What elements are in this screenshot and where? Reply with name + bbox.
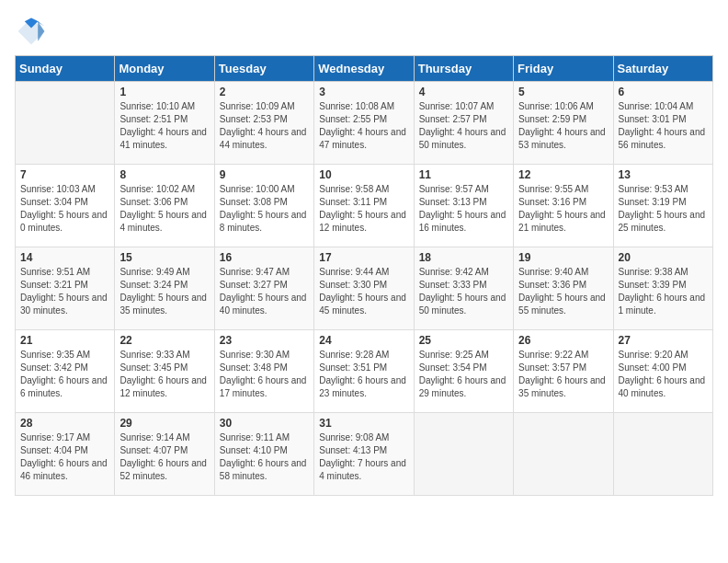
day-number: 28 — [20, 417, 109, 430]
logo — [15, 15, 53, 48]
calendar-cell: 26Sunrise: 9:22 AMSunset: 3:57 PMDayligh… — [514, 330, 613, 413]
calendar-cell: 17Sunrise: 9:44 AMSunset: 3:30 PMDayligh… — [314, 247, 414, 330]
day-number: 22 — [119, 334, 209, 347]
day-info: Sunrise: 9:42 AMSunset: 3:33 PMDaylight:… — [419, 266, 508, 317]
day-info: Sunrise: 9:17 AMSunset: 4:04 PMDaylight:… — [20, 431, 109, 483]
day-info: Sunrise: 10:07 AMSunset: 2:57 PMDaylight… — [419, 100, 508, 152]
day-info: Sunrise: 10:03 AMSunset: 3:04 PMDaylight… — [20, 183, 109, 235]
day-info: Sunrise: 9:53 AMSunset: 3:19 PMDaylight:… — [619, 183, 708, 235]
day-number: 1 — [119, 86, 209, 98]
day-header-tuesday: Tuesday — [214, 56, 313, 82]
day-info: Sunrise: 10:08 AMSunset: 2:55 PMDaylight… — [319, 100, 408, 152]
calendar-cell: 9Sunrise: 10:00 AMSunset: 3:08 PMDayligh… — [214, 165, 313, 247]
day-number: 20 — [619, 251, 708, 264]
calendar-week-row: 21Sunrise: 9:35 AMSunset: 3:42 PMDayligh… — [16, 330, 713, 413]
calendar-cell: 2Sunrise: 10:09 AMSunset: 2:53 PMDayligh… — [214, 82, 313, 165]
calendar-cell: 27Sunrise: 9:20 AMSunset: 4:00 PMDayligh… — [613, 330, 712, 413]
calendar-cell: 29Sunrise: 9:14 AMSunset: 4:07 PMDayligh… — [115, 413, 214, 496]
day-number: 8 — [119, 168, 209, 181]
day-info: Sunrise: 9:55 AMSunset: 3:16 PMDaylight:… — [518, 183, 608, 235]
day-info: Sunrise: 9:14 AMSunset: 4:07 PMDaylight:… — [119, 431, 209, 483]
calendar-week-row: 14Sunrise: 9:51 AMSunset: 3:21 PMDayligh… — [16, 247, 713, 330]
calendar-cell: 16Sunrise: 9:47 AMSunset: 3:27 PMDayligh… — [214, 247, 313, 330]
day-number: 7 — [20, 168, 109, 181]
svg-marker-1 — [38, 21, 44, 41]
day-number: 9 — [220, 168, 309, 181]
day-header-sunday: Sunday — [16, 56, 115, 82]
day-number: 27 — [619, 334, 708, 347]
day-number: 10 — [319, 168, 408, 181]
day-number: 5 — [518, 86, 608, 98]
day-number: 12 — [518, 168, 608, 181]
calendar-cell: 14Sunrise: 9:51 AMSunset: 3:21 PMDayligh… — [16, 247, 115, 330]
day-info: Sunrise: 10:00 AMSunset: 3:08 PMDaylight… — [220, 183, 309, 235]
calendar-cell — [514, 413, 613, 496]
calendar-cell: 18Sunrise: 9:42 AMSunset: 3:33 PMDayligh… — [414, 247, 513, 330]
calendar-cell — [16, 82, 115, 165]
calendar-cell: 19Sunrise: 9:40 AMSunset: 3:36 PMDayligh… — [514, 247, 613, 330]
day-info: Sunrise: 9:22 AMSunset: 3:57 PMDaylight:… — [518, 349, 608, 400]
day-info: Sunrise: 9:30 AMSunset: 3:48 PMDaylight:… — [220, 349, 309, 400]
calendar-cell: 8Sunrise: 10:02 AMSunset: 3:06 PMDayligh… — [115, 165, 214, 247]
calendar-cell: 20Sunrise: 9:38 AMSunset: 3:39 PMDayligh… — [613, 247, 712, 330]
day-number: 26 — [518, 334, 608, 347]
day-number: 15 — [119, 251, 209, 264]
calendar-cell: 31Sunrise: 9:08 AMSunset: 4:13 PMDayligh… — [314, 413, 414, 496]
day-header-friday: Friday — [514, 56, 613, 82]
calendar-cell: 30Sunrise: 9:11 AMSunset: 4:10 PMDayligh… — [214, 413, 313, 496]
day-number: 6 — [619, 86, 708, 98]
day-number: 29 — [119, 417, 209, 430]
calendar-cell: 24Sunrise: 9:28 AMSunset: 3:51 PMDayligh… — [314, 330, 414, 413]
day-info: Sunrise: 10:09 AMSunset: 2:53 PMDaylight… — [220, 100, 309, 152]
day-number: 13 — [619, 168, 708, 181]
day-number: 18 — [419, 251, 508, 264]
day-number: 25 — [419, 334, 508, 347]
day-number: 30 — [220, 417, 309, 430]
logo-icon — [15, 15, 48, 48]
day-number: 21 — [20, 334, 109, 347]
day-info: Sunrise: 9:49 AMSunset: 3:24 PMDaylight:… — [119, 266, 209, 317]
day-info: Sunrise: 9:51 AMSunset: 3:21 PMDaylight:… — [20, 266, 109, 317]
calendar-cell: 7Sunrise: 10:03 AMSunset: 3:04 PMDayligh… — [16, 165, 115, 247]
day-info: Sunrise: 9:25 AMSunset: 3:54 PMDaylight:… — [419, 349, 508, 400]
calendar-week-row: 28Sunrise: 9:17 AMSunset: 4:04 PMDayligh… — [16, 413, 713, 496]
calendar-cell: 13Sunrise: 9:53 AMSunset: 3:19 PMDayligh… — [613, 165, 712, 247]
day-info: Sunrise: 9:57 AMSunset: 3:13 PMDaylight:… — [419, 183, 508, 235]
calendar-cell: 4Sunrise: 10:07 AMSunset: 2:57 PMDayligh… — [414, 82, 513, 165]
calendar-cell: 25Sunrise: 9:25 AMSunset: 3:54 PMDayligh… — [414, 330, 513, 413]
calendar-cell: 12Sunrise: 9:55 AMSunset: 3:16 PMDayligh… — [514, 165, 613, 247]
calendar-cell: 6Sunrise: 10:04 AMSunset: 3:01 PMDayligh… — [613, 82, 712, 165]
calendar-week-row: 1Sunrise: 10:10 AMSunset: 2:51 PMDayligh… — [16, 82, 713, 165]
calendar-cell: 28Sunrise: 9:17 AMSunset: 4:04 PMDayligh… — [16, 413, 115, 496]
calendar-cell — [414, 413, 513, 496]
day-number: 24 — [319, 334, 408, 347]
day-info: Sunrise: 9:58 AMSunset: 3:11 PMDaylight:… — [319, 183, 408, 235]
calendar-header-row: SundayMondayTuesdayWednesdayThursdayFrid… — [16, 56, 713, 82]
day-info: Sunrise: 9:11 AMSunset: 4:10 PMDaylight:… — [220, 431, 309, 483]
calendar-cell: 21Sunrise: 9:35 AMSunset: 3:42 PMDayligh… — [16, 330, 115, 413]
page-header — [15, 15, 713, 48]
calendar-cell — [613, 413, 712, 496]
day-info: Sunrise: 9:20 AMSunset: 4:00 PMDaylight:… — [619, 349, 708, 400]
day-info: Sunrise: 9:38 AMSunset: 3:39 PMDaylight:… — [619, 266, 708, 317]
calendar-cell: 22Sunrise: 9:33 AMSunset: 3:45 PMDayligh… — [115, 330, 214, 413]
day-info: Sunrise: 9:08 AMSunset: 4:13 PMDaylight:… — [319, 431, 408, 483]
day-header-wednesday: Wednesday — [314, 56, 414, 82]
calendar-cell: 5Sunrise: 10:06 AMSunset: 2:59 PMDayligh… — [514, 82, 613, 165]
day-number: 17 — [319, 251, 408, 264]
day-header-thursday: Thursday — [414, 56, 513, 82]
day-info: Sunrise: 9:35 AMSunset: 3:42 PMDaylight:… — [20, 349, 109, 400]
day-info: Sunrise: 9:47 AMSunset: 3:27 PMDaylight:… — [220, 266, 309, 317]
calendar-cell: 10Sunrise: 9:58 AMSunset: 3:11 PMDayligh… — [314, 165, 414, 247]
day-info: Sunrise: 10:06 AMSunset: 2:59 PMDaylight… — [518, 100, 608, 152]
day-info: Sunrise: 10:02 AMSunset: 3:06 PMDaylight… — [119, 183, 209, 235]
day-number: 11 — [419, 168, 508, 181]
day-info: Sunrise: 9:33 AMSunset: 3:45 PMDaylight:… — [119, 349, 209, 400]
day-info: Sunrise: 9:28 AMSunset: 3:51 PMDaylight:… — [319, 349, 408, 400]
calendar-week-row: 7Sunrise: 10:03 AMSunset: 3:04 PMDayligh… — [16, 165, 713, 247]
day-info: Sunrise: 9:44 AMSunset: 3:30 PMDaylight:… — [319, 266, 408, 317]
day-info: Sunrise: 10:04 AMSunset: 3:01 PMDaylight… — [619, 100, 708, 152]
day-number: 16 — [220, 251, 309, 264]
day-number: 31 — [319, 417, 408, 430]
day-number: 3 — [319, 86, 408, 98]
